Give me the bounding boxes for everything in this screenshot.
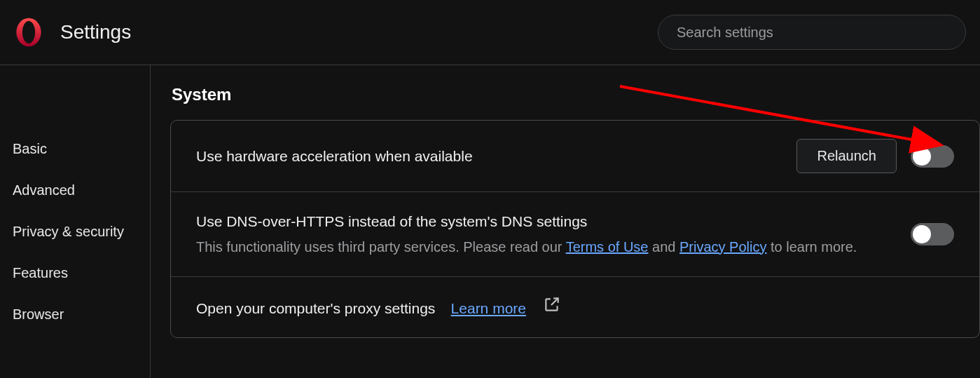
sidebar-item-privacy[interactable]: Privacy & security <box>0 211 150 252</box>
section-title-system: System <box>170 85 980 104</box>
relaunch-button[interactable]: Relaunch <box>796 139 897 173</box>
proxy-label: Open your computer's proxy settings <box>196 300 435 316</box>
row-proxy[interactable]: Open your computer's proxy settings Lear… <box>171 277 979 338</box>
proxy-learn-more-link[interactable]: Learn more <box>451 300 526 316</box>
sidebar-item-advanced[interactable]: Advanced <box>0 170 150 211</box>
dns-https-description: This functionality uses third party serv… <box>196 236 897 258</box>
dns-sub-text-b: and <box>652 239 679 255</box>
svg-point-1 <box>22 21 35 43</box>
external-link-icon[interactable] <box>543 295 561 313</box>
opera-logo-icon <box>14 18 43 47</box>
sidebar: Basic Advanced Privacy & security Featur… <box>0 65 151 378</box>
terms-of-use-link[interactable]: Terms of Use <box>566 239 649 255</box>
privacy-policy-link[interactable]: Privacy Policy <box>679 239 766 255</box>
sidebar-item-basic[interactable]: Basic <box>0 128 150 170</box>
dns-https-toggle[interactable] <box>911 223 954 245</box>
row-hardware-accel: Use hardware acceleration when available… <box>171 121 979 192</box>
hardware-accel-toggle[interactable] <box>911 145 954 168</box>
dns-https-label: Use DNS-over-HTTPS instead of the system… <box>196 210 897 233</box>
search-container[interactable] <box>658 15 966 50</box>
search-input[interactable] <box>677 25 947 41</box>
sidebar-item-browser[interactable]: Browser <box>0 294 150 335</box>
page-title: Settings <box>60 21 658 43</box>
system-card: Use hardware acceleration when available… <box>170 120 980 338</box>
dns-sub-text-c: to learn more. <box>771 239 857 255</box>
main-content: System Use hardware acceleration when av… <box>151 65 980 378</box>
hardware-accel-label: Use hardware acceleration when available <box>196 145 782 168</box>
header: Settings <box>0 0 980 65</box>
dns-sub-text-a: This functionality uses third party serv… <box>196 239 566 255</box>
sidebar-item-features[interactable]: Features <box>0 252 150 294</box>
row-dns-https: Use DNS-over-HTTPS instead of the system… <box>171 192 979 277</box>
